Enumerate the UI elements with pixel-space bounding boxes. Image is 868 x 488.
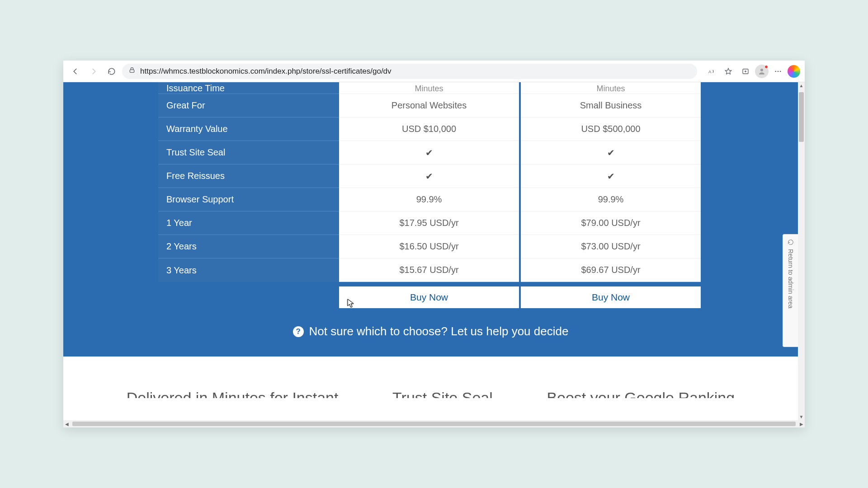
svg-point-9 bbox=[780, 70, 781, 72]
toolbar-right: A bbox=[703, 64, 800, 79]
plan-value: $16.50 USD/yr bbox=[339, 235, 519, 258]
browser-window: https://whmcs.testblockonomics.com/index… bbox=[63, 61, 805, 427]
plan-value: ✔ bbox=[339, 164, 519, 188]
feature-label: Trust Site Seal bbox=[158, 141, 339, 164]
check-icon: ✔ bbox=[607, 147, 615, 158]
check-icon: ✔ bbox=[425, 147, 433, 158]
svg-point-7 bbox=[775, 70, 776, 72]
refresh-button[interactable] bbox=[104, 64, 119, 79]
feature-label: Issuance Time bbox=[158, 82, 339, 94]
svg-point-6 bbox=[760, 69, 763, 71]
comparison-table: Issuance Time Great For Warranty Value T… bbox=[158, 82, 703, 282]
lock-icon bbox=[128, 66, 136, 76]
profile-avatar[interactable] bbox=[755, 65, 769, 78]
buy-now-button-1[interactable]: Buy Now bbox=[339, 286, 519, 308]
features-row: Delivered in Minutes for Instant Trust S… bbox=[63, 357, 798, 407]
more-menu-icon[interactable] bbox=[770, 64, 786, 79]
feature-labels-column: Issuance Time Great For Warranty Value T… bbox=[158, 82, 339, 282]
notification-dot bbox=[764, 65, 768, 69]
svg-rect-0 bbox=[130, 70, 134, 72]
vertical-scrollbar[interactable]: ▲ ▼ bbox=[798, 82, 805, 420]
scroll-right-icon[interactable]: ▶ bbox=[798, 420, 805, 427]
scroll-left-icon[interactable]: ◀ bbox=[63, 420, 70, 427]
scroll-thumb[interactable] bbox=[72, 422, 796, 426]
collections-icon[interactable] bbox=[738, 64, 753, 79]
feature-heading: Delivered in Minutes for Instant bbox=[127, 389, 339, 407]
svg-point-8 bbox=[778, 70, 779, 72]
plan-value: Minutes bbox=[521, 82, 701, 94]
check-icon: ✔ bbox=[607, 171, 615, 182]
scroll-up-icon[interactable]: ▲ bbox=[798, 82, 805, 89]
svg-text:A: A bbox=[708, 69, 712, 74]
page-content: Issuance Time Great For Warranty Value T… bbox=[63, 82, 798, 420]
feature-label: Free Reissues bbox=[158, 164, 339, 188]
forward-button[interactable] bbox=[86, 64, 101, 79]
plan-value: $15.67 USD/yr bbox=[339, 258, 519, 282]
feature-label: Browser Support bbox=[158, 188, 339, 211]
help-choose-link[interactable]: ? Not sure which to choose? Let us help … bbox=[158, 324, 703, 338]
plan-value: USD $10,000 bbox=[339, 117, 519, 141]
plan-value: ✔ bbox=[521, 141, 701, 164]
buy-now-button-2[interactable]: Buy Now bbox=[521, 286, 701, 308]
copilot-icon[interactable] bbox=[788, 65, 800, 78]
question-icon: ? bbox=[293, 326, 304, 337]
pricing-section: Issuance Time Great For Warranty Value T… bbox=[63, 82, 798, 357]
feature-label: Warranty Value bbox=[158, 117, 339, 141]
browser-toolbar: https://whmcs.testblockonomics.com/index… bbox=[63, 61, 805, 82]
plan-value: Minutes bbox=[339, 82, 519, 94]
plan-value: $69.67 USD/yr bbox=[521, 258, 701, 282]
plan-value: Personal Websites bbox=[339, 94, 519, 117]
url-text: https://whmcs.testblockonomics.com/index… bbox=[140, 67, 392, 76]
favorite-icon[interactable] bbox=[721, 64, 736, 79]
help-text: Not sure which to choose? Let us help yo… bbox=[309, 324, 569, 338]
svg-marker-2 bbox=[725, 68, 731, 74]
plan-value: USD $500,000 bbox=[521, 117, 701, 141]
feature-label: 3 Years bbox=[158, 258, 339, 282]
buy-row: Buy Now Buy Now bbox=[158, 286, 703, 308]
plan-value: $73.00 USD/yr bbox=[521, 235, 701, 258]
address-bar[interactable]: https://whmcs.testblockonomics.com/index… bbox=[122, 64, 697, 79]
feature-heading: Boost your Google Ranking bbox=[547, 389, 735, 407]
refresh-icon bbox=[788, 239, 794, 245]
horizontal-scrollbar[interactable]: ◀ ▶ bbox=[63, 420, 805, 427]
feature-label: 2 Years bbox=[158, 235, 339, 258]
plan-column-2: Minutes Small Business USD $500,000 ✔ ✔ … bbox=[521, 82, 701, 282]
plan-value: ✔ bbox=[521, 164, 701, 188]
return-to-admin-tab[interactable]: Return to admin area bbox=[783, 234, 798, 347]
plan-value: 99.9% bbox=[339, 188, 519, 211]
feature-heading: Trust Site Seal bbox=[392, 389, 493, 407]
back-button[interactable] bbox=[68, 64, 83, 79]
plan-value: Small Business bbox=[521, 94, 701, 117]
plan-value: $79.00 USD/yr bbox=[521, 211, 701, 235]
feature-label: Great For bbox=[158, 94, 339, 117]
page-viewport: Issuance Time Great For Warranty Value T… bbox=[63, 82, 805, 427]
return-to-admin-label: Return to admin area bbox=[787, 249, 794, 309]
plan-column-1: Minutes Personal Websites USD $10,000 ✔ … bbox=[339, 82, 519, 282]
plan-value: 99.9% bbox=[521, 188, 701, 211]
scroll-down-icon[interactable]: ▼ bbox=[798, 413, 805, 420]
plan-value: $17.95 USD/yr bbox=[339, 211, 519, 235]
check-icon: ✔ bbox=[425, 171, 433, 182]
read-aloud-icon[interactable]: A bbox=[703, 64, 719, 79]
plan-value: ✔ bbox=[339, 141, 519, 164]
scroll-thumb[interactable] bbox=[799, 92, 804, 142]
feature-label: 1 Year bbox=[158, 211, 339, 235]
